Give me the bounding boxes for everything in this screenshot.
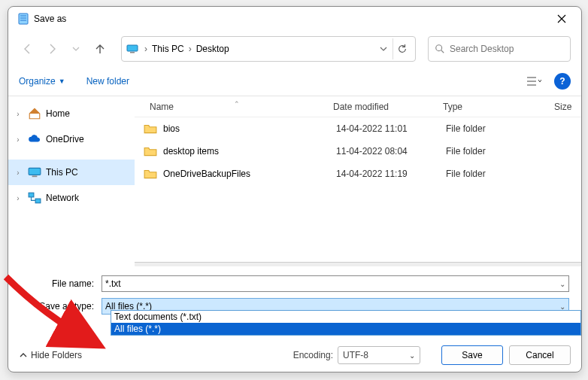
col-name[interactable]: ⌃Name	[135, 102, 333, 112]
tree-label: This PC	[46, 167, 78, 178]
address-bar[interactable]: › This PC › Desktop	[121, 36, 416, 62]
svg-rect-11	[29, 168, 41, 175]
nav-tree: › Home › OneDrive › This PC › Network	[8, 96, 135, 266]
dropdown-option-txt[interactable]: Text documents (*.txt)	[111, 311, 580, 323]
window-title: Save as	[34, 14, 547, 24]
save-button[interactable]: Save	[441, 345, 503, 365]
chevron-down-icon[interactable]: ⌄	[559, 302, 565, 311]
expand-icon[interactable]: ›	[13, 110, 23, 118]
up-button[interactable]	[91, 40, 109, 58]
help-button[interactable]: ?	[554, 73, 571, 90]
file-row[interactable]: bios 14-04-2022 11:01 File folder	[135, 117, 581, 140]
chevron-down-icon: ⌄	[409, 351, 415, 360]
search-icon	[435, 44, 445, 54]
tree-label: Network	[46, 193, 79, 203]
chevron-up-icon	[19, 351, 28, 360]
recent-dropdown-icon[interactable]	[67, 40, 85, 58]
file-date: 11-04-2022 08:04	[336, 146, 446, 157]
search-input[interactable]	[450, 44, 564, 54]
search-box[interactable]	[428, 36, 571, 62]
savetype-label: Save as type:	[20, 301, 102, 312]
tree-item-home[interactable]: › Home	[8, 101, 135, 126]
file-type: File folder	[446, 169, 551, 179]
svg-point-6	[436, 45, 442, 51]
svg-rect-14	[35, 199, 41, 203]
col-size[interactable]: Size	[548, 102, 581, 112]
file-row[interactable]: OneDriveBackupFiles 14-04-2022 11:19 Fil…	[135, 163, 581, 185]
network-icon	[28, 191, 41, 205]
hide-folders-button[interactable]: Hide Folders	[19, 350, 82, 360]
svg-line-7	[441, 50, 444, 53]
breadcrumb-item[interactable]: This PC	[149, 44, 187, 54]
file-list[interactable]: bios 14-04-2022 11:01 File folder deskto…	[135, 117, 581, 266]
cloud-icon	[28, 132, 41, 146]
svg-rect-5	[130, 52, 135, 53]
cancel-button[interactable]: Cancel	[509, 345, 571, 365]
svg-rect-13	[29, 193, 34, 197]
expand-icon[interactable]: ›	[13, 194, 23, 202]
svg-rect-0	[19, 14, 28, 24]
new-folder-button[interactable]: New folder	[86, 76, 129, 87]
expand-icon[interactable]: ›	[13, 169, 23, 177]
breadcrumb-item[interactable]: Desktop	[193, 44, 232, 54]
filename-input[interactable]: *.txt⌄	[102, 275, 569, 292]
expand-icon[interactable]: ›	[13, 135, 23, 144]
file-name: OneDriveBackupFiles	[163, 169, 336, 179]
column-headers: ⌃Name Date modified Type Size	[135, 96, 581, 117]
chevron-right-icon[interactable]: ›	[187, 44, 193, 54]
svg-rect-12	[32, 176, 38, 178]
this-pc-icon	[126, 43, 138, 55]
file-date: 14-04-2022 11:19	[336, 169, 446, 179]
view-options-button[interactable]	[520, 71, 548, 91]
encoding-label: Encoding:	[293, 350, 333, 360]
tree-label: Home	[46, 108, 70, 119]
folder-icon	[144, 144, 157, 158]
svg-rect-4	[127, 45, 138, 51]
notepad-icon	[17, 13, 29, 25]
chevron-down-icon[interactable]: ⌄	[559, 280, 565, 288]
toolbar: Organize▼ New folder ?	[8, 67, 581, 96]
chevron-down-icon: ▼	[59, 78, 65, 85]
forward-button[interactable]	[43, 40, 61, 58]
organize-menu[interactable]: Organize▼	[19, 76, 65, 87]
tree-item-network[interactable]: › Network	[8, 185, 135, 211]
savetype-dropdown: Text documents (*.txt) All files (*.*)	[111, 310, 581, 336]
folder-icon	[144, 167, 157, 181]
monitor-icon	[28, 166, 41, 179]
file-row[interactable]: desktop items 11-04-2022 08:04 File fold…	[135, 140, 581, 163]
house-icon	[28, 107, 41, 120]
col-type[interactable]: Type	[443, 102, 548, 112]
file-type: File folder	[446, 123, 551, 134]
tree-label: OneDrive	[46, 134, 84, 144]
dropdown-option-all[interactable]: All files (*.*)	[111, 323, 580, 335]
folder-icon	[144, 122, 157, 135]
file-name: bios	[163, 123, 336, 134]
encoding-select[interactable]: UTF-8⌄	[338, 346, 420, 364]
nav-row: › This PC › Desktop	[8, 31, 581, 67]
tree-item-this-pc[interactable]: › This PC	[8, 160, 135, 185]
back-button[interactable]	[19, 40, 37, 58]
save-as-dialog: Save as › This PC › Desktop Organize▼ Ne…	[8, 6, 582, 372]
col-date[interactable]: Date modified	[333, 102, 443, 112]
close-button[interactable]	[547, 8, 577, 29]
file-type: File folder	[446, 146, 551, 157]
titlebar: Save as	[8, 7, 581, 31]
address-dropdown-icon[interactable]	[374, 38, 393, 59]
file-name: desktop items	[163, 146, 336, 157]
save-fields: File name: *.txt⌄ Save as type: All file…	[8, 266, 581, 319]
chevron-right-icon[interactable]: ›	[143, 44, 149, 54]
sort-asc-icon: ⌃	[234, 100, 240, 108]
filename-label: File name:	[20, 278, 102, 289]
refresh-button[interactable]	[393, 38, 411, 59]
file-date: 14-04-2022 11:01	[336, 123, 446, 134]
bottom-row: Hide Folders Encoding: UTF-8⌄ Save Cance…	[8, 339, 581, 372]
tree-item-onedrive[interactable]: › OneDrive	[8, 126, 135, 152]
